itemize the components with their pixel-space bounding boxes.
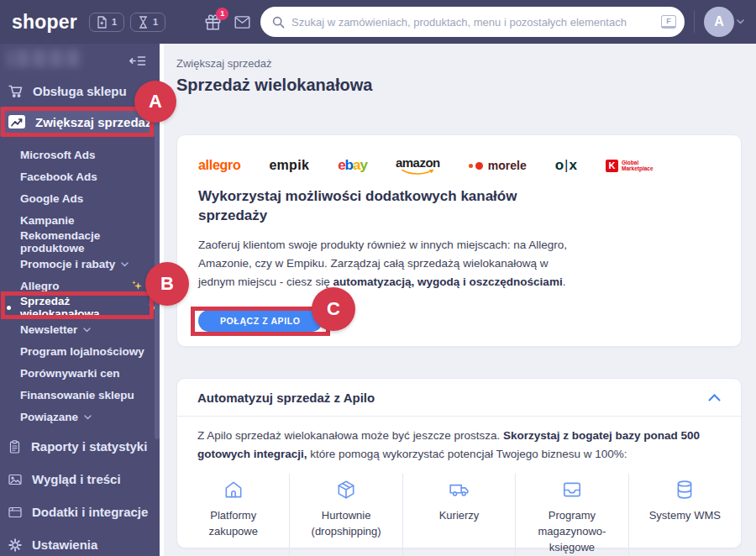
sidebar-item-rekomendacje-produktowe[interactable]: Rekomendacje produktowe [0, 231, 160, 253]
promo-description: Zaoferuj klientom swoje produkty również… [198, 236, 583, 291]
topbar-divider [694, 11, 695, 33]
sidebar-item-newsletter[interactable]: Newsletter [0, 318, 160, 340]
ebay-logo: ebay [338, 157, 367, 174]
multichannel-promo-card: allegro empik ebay amazon morele o|x K G… [176, 134, 742, 347]
morele-logo: morele [469, 159, 527, 172]
sidebar-item-label: Zwiększaj sprzedaż [35, 115, 151, 129]
chevron-down-icon [83, 328, 91, 333]
sidebar-item-label: Raporty i statystyki [31, 439, 147, 454]
chevron-down-icon[interactable] [737, 19, 744, 24]
sidebar-item-zwiekszaj-sprzedaz[interactable]: Zwiększaj sprzedaż [0, 108, 160, 136]
shop-icon [177, 479, 289, 501]
hourglass-icon [138, 16, 149, 29]
olx-logo: o|x [555, 157, 577, 174]
sidebar-collapse-icon[interactable] [129, 55, 146, 67]
sidebar-item-powiazane[interactable]: Powiązane [0, 406, 160, 427]
marketplace-logos: allegro empik ebay amazon morele o|x K G… [198, 150, 724, 181]
sidebar-item-ustawienia[interactable]: Ustawienia [0, 528, 160, 556]
image-icon [8, 474, 22, 485]
gifts-button[interactable]: 1 [205, 14, 221, 30]
inbox-icon [516, 479, 627, 501]
apilo-card: Automatyzuj sprzedaż z Apilo Z Apilo spr… [176, 378, 742, 548]
sidebar-item-porownywarki-cen[interactable]: Porównywarki cen [0, 362, 160, 384]
gear-icon [8, 538, 22, 552]
sidebar-item-sprzedaz-wielokanalowa[interactable]: Sprzedaż wielokanałowa [0, 296, 160, 318]
breadcrumb: Zwiększaj sprzedaż [176, 57, 271, 70]
database-icon [629, 479, 741, 501]
sidebar-item-label: Dodatki i integracje [32, 505, 148, 519]
apilo-card-title: Automatyzuj sprzedaż z Apilo [197, 391, 375, 405]
sidebar-item-microsoft-ads[interactable]: Microsoft Ads [0, 144, 160, 165]
sidebar-subnav: Microsoft Ads Facebook Ads Google Ads Ka… [0, 144, 160, 427]
counter-value: 1 [112, 17, 117, 27]
sparkles-icon [131, 280, 143, 291]
sidebar-item-label: Ustawienia [32, 538, 97, 552]
topbar: shoper 1 1 1 [0, 0, 756, 44]
feature-platformy-zakupowe: Platformy zakupowe [177, 474, 290, 556]
apilo-card-header: Automatyzuj sprzedaż z Apilo [177, 379, 741, 417]
chevron-down-icon [121, 262, 129, 267]
active-bullet [7, 306, 11, 310]
connect-apilo-button[interactable]: POŁĄCZ Z APILO [198, 310, 323, 332]
sidebar-item-promocje-i-rabaty[interactable]: Promocje i rabaty [0, 253, 160, 275]
sidebar-item-program-lojalnosciowy[interactable]: Program lojalnościowy [0, 340, 160, 362]
clipboard-icon [8, 440, 21, 454]
shoper-logo[interactable]: shoper [12, 11, 77, 34]
cart-icon [8, 85, 23, 97]
feature-hurtownie-dropshipping: Hurtownie (dropshipping) [290, 474, 402, 556]
sidebar-item-label: Wygląd i treści [32, 472, 121, 486]
apilo-features: Platformy zakupowe Hurtownie (dropshippi… [177, 474, 741, 556]
allegro-logo: allegro [198, 158, 240, 173]
sidebar-item-google-ads[interactable]: Google Ads [0, 187, 160, 209]
main-content: Zwiększaj sprzedaż Sprzedaż wielokanałow… [164, 44, 756, 556]
messages-button[interactable] [234, 16, 250, 29]
amazon-logo: amazon [396, 156, 440, 176]
chevron-down-icon [84, 415, 92, 420]
page-title: Sprzedaż wielokanałowa [176, 76, 372, 95]
feature-kurierzy: Kurierzy [403, 474, 516, 556]
search-input[interactable] [291, 16, 654, 29]
notification-badge: 1 [216, 8, 228, 20]
shop-name-blurred [7, 50, 81, 67]
search-bar[interactable]: F [260, 7, 685, 37]
avatar[interactable]: A [704, 7, 734, 37]
sidebar-item-kampanie[interactable]: Kampanie [0, 209, 160, 231]
sidebar-bottomnav: Raporty i statystyki Wygląd i treści Dod… [0, 430, 160, 556]
promo-heading: Wykorzystaj możliwości dodatkowych kanał… [198, 187, 559, 226]
window-icon [8, 506, 22, 518]
sidebar-item-label: Obsługa sklepu [33, 84, 127, 98]
truck-icon [403, 479, 515, 501]
sidebar: Obsługa sklepu Zwiększaj sprzedaż Micros… [0, 44, 160, 556]
envelope-icon [234, 16, 250, 29]
keyboard-shortcut-f: F [661, 15, 676, 29]
kaufland-global-marketplace-logo: K GlobalMarketplace [606, 160, 654, 172]
empik-logo: empik [269, 158, 309, 173]
quick-counter-tasks[interactable]: 1 [130, 13, 165, 32]
sidebar-item-finansowanie-sklepu[interactable]: Finansowanie sklepu [0, 384, 160, 406]
chevron-up-icon[interactable] [708, 394, 721, 401]
document-add-icon [97, 16, 108, 29]
search-icon [272, 16, 285, 29]
feature-programy-magazynowo-ksiegowe: Programy magazynowo-księgowe [516, 474, 628, 556]
sidebar-item-allegro[interactable]: Allegro [0, 275, 160, 296]
counter-value: 1 [153, 17, 158, 27]
trend-chart-icon [8, 115, 25, 129]
quick-counter-documents[interactable]: 1 [89, 13, 124, 32]
sidebar-item-facebook-ads[interactable]: Facebook Ads [0, 165, 160, 187]
sidebar-item-wyglad-i-tresci[interactable]: Wygląd i treści [0, 463, 160, 496]
sidebar-item-raporty-i-statystyki[interactable]: Raporty i statystyki [0, 430, 160, 463]
feature-systemy-wms: Systemy WMS [629, 474, 741, 556]
package-icon [290, 479, 402, 501]
sidebar-item-dodatki-i-integracje[interactable]: Dodatki i integracje [0, 496, 160, 528]
apilo-description: Z Apilo sprzedaż wielokanałowa może być … [177, 417, 741, 463]
sidebar-item-obsluga-sklepu[interactable]: Obsługa sklepu [0, 79, 160, 102]
